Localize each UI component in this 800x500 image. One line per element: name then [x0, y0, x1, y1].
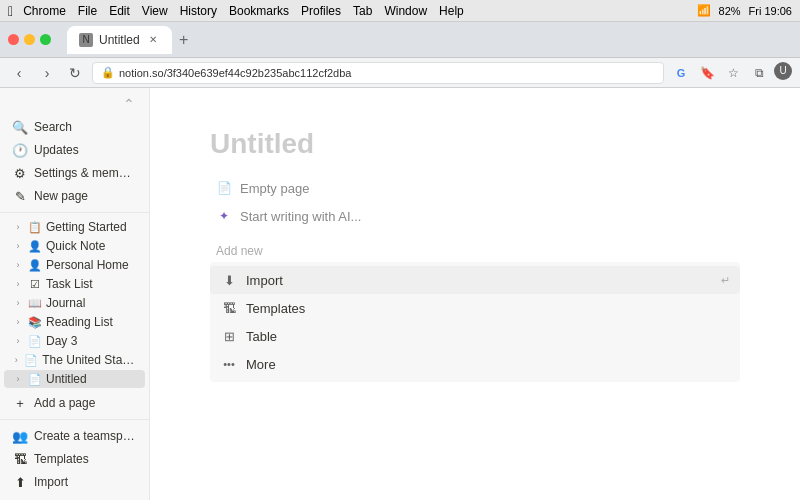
- sidebar-item-templates[interactable]: 🏗 Templates: [4, 448, 145, 470]
- page-label: Quick Note: [46, 239, 105, 253]
- page-icon: 📄: [28, 372, 42, 386]
- menu-items: Chrome File Edit View History Bookmarks …: [23, 4, 464, 18]
- sidebar-item-settings[interactable]: ⚙ Settings & members: [4, 162, 145, 184]
- apple-icon[interactable]: : [8, 3, 13, 19]
- chevron-icon: ›: [12, 373, 24, 385]
- more-label: More: [246, 357, 276, 372]
- page-icon: 👤: [28, 239, 42, 253]
- google-icon[interactable]: G: [670, 62, 692, 84]
- enter-icon: ↵: [721, 274, 730, 287]
- add-page-icon: +: [12, 395, 28, 411]
- tab-close-icon[interactable]: ✕: [146, 33, 160, 47]
- menu-view[interactable]: View: [142, 4, 168, 18]
- page-label: Personal Home: [46, 258, 129, 272]
- menu-profiles[interactable]: Profiles: [301, 4, 341, 18]
- settings-label: Settings & members: [34, 166, 137, 180]
- status-area: 📶 82% Fri 19:06: [697, 4, 792, 17]
- page-icon: 👤: [28, 258, 42, 272]
- page-icon: 📚: [28, 315, 42, 329]
- empty-page-label: Empty page: [240, 181, 309, 196]
- sidebar-item-import[interactable]: ⬆ Import: [4, 471, 145, 493]
- search-icon: 🔍: [12, 119, 28, 135]
- bookmark-icon[interactable]: 🔖: [696, 62, 718, 84]
- menu-window[interactable]: Window: [384, 4, 427, 18]
- new-page-label: New page: [34, 189, 88, 203]
- star-icon[interactable]: ☆: [722, 62, 744, 84]
- page-title[interactable]: Untitled: [210, 128, 740, 160]
- sidebar-page-day-3[interactable]: › 📄 Day 3: [4, 332, 145, 350]
- app-container: ⌃ 🔍 Search 🕐 Updates ⚙ Settings & member…: [0, 88, 800, 500]
- settings-icon: ⚙: [12, 165, 28, 181]
- close-button[interactable]: [8, 34, 19, 45]
- page-icon: ☑: [28, 277, 42, 291]
- sidebar-page-quick-note[interactable]: › 👤 Quick Note: [4, 237, 145, 255]
- menu-edit[interactable]: Edit: [109, 4, 130, 18]
- sidebar-page-reading-list[interactable]: › 📚 Reading List: [4, 313, 145, 331]
- page-label: Day 3: [46, 334, 77, 348]
- sidebar-page-personal-home[interactable]: › 👤 Personal Home: [4, 256, 145, 274]
- page-icon: 📋: [28, 220, 42, 234]
- add-new-import[interactable]: ⬇ Import ↵: [210, 266, 740, 294]
- sidebar-pages-section: › 📋 Getting Started › 👤 Quick Note › 👤 P…: [0, 212, 149, 419]
- import-icon: ⬆: [12, 474, 28, 490]
- chevron-icon: ›: [12, 354, 20, 366]
- profile-icon[interactable]: U: [774, 62, 792, 80]
- clock: Fri 19:06: [749, 5, 792, 17]
- chevron-icon: ›: [12, 259, 24, 271]
- teamspace-label: Create a teamspace: [34, 429, 137, 443]
- page-label: Reading List: [46, 315, 113, 329]
- import-down-icon: ⬇: [220, 271, 238, 289]
- add-new-templates[interactable]: 🏗 Templates: [210, 294, 740, 322]
- templates-grid-icon: 🏗: [220, 299, 238, 317]
- sidebar-page-journal[interactable]: › 📖 Journal: [4, 294, 145, 312]
- address-icons: G 🔖 ☆ ⧉ U: [670, 62, 792, 84]
- sidebar-item-create-teamspace[interactable]: 👥 Create a teamspace: [4, 425, 145, 447]
- mac-menubar:  Chrome File Edit View History Bookmark…: [0, 0, 800, 22]
- sidebar-add-page[interactable]: + Add a page: [4, 392, 145, 414]
- templates-icon: 🏗: [12, 451, 28, 467]
- sidebar-page-united-states[interactable]: › 📄 The United States Shou...: [4, 351, 145, 369]
- reload-button[interactable]: ↻: [64, 62, 86, 84]
- sidebar-toggle[interactable]: ⌃: [4, 93, 145, 115]
- chevron-icon: ›: [12, 221, 24, 233]
- extension-icon[interactable]: ⧉: [748, 62, 770, 84]
- sidebar-page-untitled[interactable]: › 📄 Untitled: [4, 370, 145, 388]
- page-label: Task List: [46, 277, 93, 291]
- add-new-more[interactable]: ••• More: [210, 350, 740, 378]
- sidebar-item-search[interactable]: 🔍 Search: [4, 116, 145, 138]
- menu-tab[interactable]: Tab: [353, 4, 372, 18]
- start-writing-ai-action[interactable]: ✦ Start writing with AI...: [210, 204, 740, 228]
- minimize-button[interactable]: [24, 34, 35, 45]
- menu-bookmarks[interactable]: Bookmarks: [229, 4, 289, 18]
- sidebar-page-task-list[interactable]: › ☑ Task List: [4, 275, 145, 293]
- page-label: The United States Shou...: [42, 353, 137, 367]
- menu-help[interactable]: Help: [439, 4, 464, 18]
- empty-page-icon: 📄: [216, 180, 232, 196]
- teamspace-icon: 👥: [12, 428, 28, 444]
- maximize-button[interactable]: [40, 34, 51, 45]
- empty-page-action[interactable]: 📄 Empty page: [210, 176, 740, 200]
- sidebar-item-new-page[interactable]: ✎ New page: [4, 185, 145, 207]
- back-button[interactable]: ‹: [8, 62, 30, 84]
- sidebar-item-updates[interactable]: 🕐 Updates: [4, 139, 145, 161]
- updates-label: Updates: [34, 143, 79, 157]
- sidebar-page-getting-started[interactable]: › 📋 Getting Started: [4, 218, 145, 236]
- active-tab[interactable]: N Untitled ✕: [67, 26, 172, 54]
- menu-file[interactable]: File: [78, 4, 97, 18]
- add-page-label: Add a page: [34, 396, 95, 410]
- address-input[interactable]: 🔒 notion.so/3f340e639ef44c92b235abc112cf…: [92, 62, 664, 84]
- sidebar-item-trash[interactable]: 🗑 Trash: [4, 494, 145, 500]
- page-label: Journal: [46, 296, 85, 310]
- sidebar: ⌃ 🔍 Search 🕐 Updates ⚙ Settings & member…: [0, 88, 150, 500]
- browser-chrome: N Untitled ✕ +: [0, 22, 800, 58]
- table-label: Table: [246, 329, 277, 344]
- menu-chrome[interactable]: Chrome: [23, 4, 66, 18]
- wifi-icon: 📶: [697, 4, 711, 17]
- menu-history[interactable]: History: [180, 4, 217, 18]
- add-new-table[interactable]: ⊞ Table: [210, 322, 740, 350]
- templates-label: Templates: [34, 452, 89, 466]
- forward-button[interactable]: ›: [36, 62, 58, 84]
- new-tab-button[interactable]: +: [172, 28, 196, 52]
- templates-label: Templates: [246, 301, 305, 316]
- import-label: Import: [246, 273, 283, 288]
